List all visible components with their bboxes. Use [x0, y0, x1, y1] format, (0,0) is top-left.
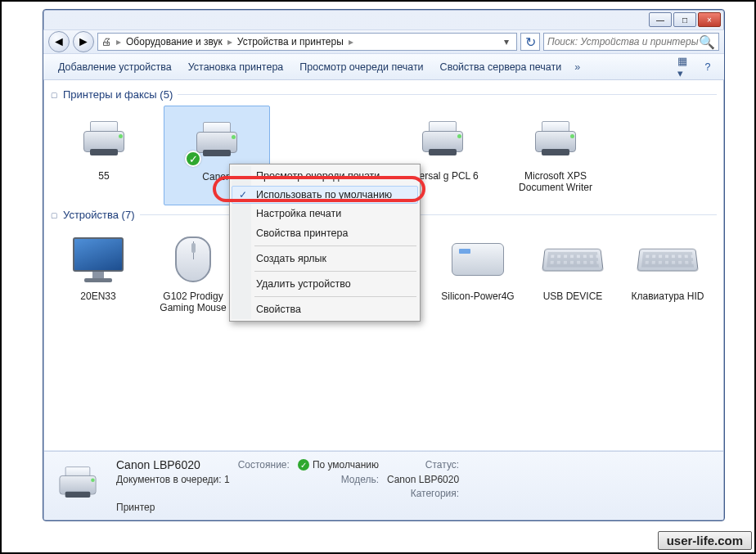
- help-button[interactable]: ?: [698, 58, 718, 76]
- device-item[interactable]: Silicon-Power4G: [430, 226, 525, 326]
- device-item[interactable]: USB DEVICE: [525, 226, 620, 326]
- forward-button[interactable]: ►: [73, 31, 94, 52]
- view-queue-button[interactable]: Просмотр очереди печати: [291, 58, 431, 76]
- devices-icon: 🖨: [101, 36, 111, 47]
- keyboard-icon: [542, 249, 604, 272]
- menu-item-printer-props[interactable]: Свойства принтера: [232, 223, 418, 243]
- toolbar-overflow[interactable]: »: [569, 61, 585, 73]
- titlebar: — □ ×: [43, 10, 724, 29]
- breadcrumb-part[interactable]: Устройства и принтеры: [237, 36, 344, 47]
- menu-item-print-prefs[interactable]: Настройка печати: [232, 204, 418, 223]
- explorer-window: — □ × ◄ ► 🖨 ▸ Оборудование и звук ▸ Устр…: [43, 9, 725, 521]
- back-button[interactable]: ◄: [48, 31, 70, 52]
- printer-icon: [417, 119, 468, 159]
- device-label: Microsoft XPS Document Writer: [502, 171, 609, 194]
- device-label: Silicon-Power4G: [441, 291, 514, 303]
- close-button[interactable]: ×: [698, 12, 721, 27]
- search-icon: 🔍: [699, 34, 715, 50]
- details-value: ✓По умолчанию: [298, 459, 379, 471]
- device-label: G102 Prodigy Gaming Mouse: [146, 291, 241, 314]
- device-label: 20EN33: [80, 291, 115, 303]
- details-key: Состояние:: [238, 459, 290, 471]
- collapse-icon: ▢: [51, 91, 58, 99]
- menu-separator: [254, 296, 416, 297]
- menu-item-remove-device[interactable]: Удалить устройство: [232, 274, 418, 294]
- menu-separator: [254, 245, 416, 246]
- add-printer-button[interactable]: Установка принтера: [180, 58, 292, 76]
- context-menu: Просмотр очереди печати ✓ Использовать п…: [229, 164, 421, 322]
- details-pane: Canon LBP6020 Состояние: ✓По умолчанию С…: [44, 451, 723, 520]
- minimize-button[interactable]: —: [649, 12, 672, 27]
- navbar: ◄ ► 🖨 ▸ Оборудование и звук ▸ Устройства…: [43, 29, 724, 54]
- group-title: Принтеры и факсы (5): [63, 88, 173, 101]
- search-box[interactable]: 🔍: [543, 33, 719, 51]
- breadcrumb-sep: ▸: [347, 36, 355, 47]
- ok-icon: ✓: [298, 459, 309, 471]
- search-input[interactable]: [547, 36, 699, 47]
- device-item[interactable]: G102 Prodigy Gaming Mouse: [146, 226, 241, 326]
- menu-item-set-default[interactable]: ✓ Использовать по умолчанию: [232, 186, 418, 204]
- view-options-button[interactable]: ▦ ▾: [677, 58, 696, 76]
- monitor-icon: [70, 236, 127, 283]
- details-value: Принтер: [116, 502, 230, 513]
- maximize-button[interactable]: □: [673, 12, 696, 27]
- add-device-button[interactable]: Добавление устройства: [50, 58, 180, 76]
- device-label: USB DEVICE: [543, 291, 603, 303]
- menu-item-create-shortcut[interactable]: Создать ярлык: [232, 249, 418, 268]
- breadcrumb-part[interactable]: Оборудование и звук: [126, 36, 223, 47]
- details-value: Canon LBP6020: [387, 474, 459, 485]
- check-icon: ✓: [239, 189, 247, 200]
- watermark: user-life.com: [658, 531, 752, 550]
- address-dropdown[interactable]: ▾: [500, 36, 513, 47]
- printer-icon: [79, 119, 129, 159]
- menu-item-properties[interactable]: Свойства: [232, 300, 418, 319]
- keyboard-icon: [637, 249, 699, 272]
- default-check-icon: ✓: [185, 151, 201, 167]
- device-label: 55: [98, 171, 109, 182]
- device-item[interactable]: Microsoft XPS Document Writer: [502, 106, 609, 205]
- printer-icon: [530, 119, 581, 159]
- group-header-printers[interactable]: ▢ Принтеры и факсы (5): [51, 88, 717, 101]
- drive-icon: [452, 243, 504, 276]
- details-value: Документов в очереди: 1: [116, 474, 230, 485]
- device-item[interactable]: 55: [51, 106, 157, 205]
- menu-item-view-queue[interactable]: Просмотр очереди печати: [232, 166, 418, 186]
- refresh-button[interactable]: ↻: [520, 33, 540, 51]
- breadcrumb-sep: ▸: [226, 36, 234, 47]
- menu-item-label: Использовать по умолчанию: [256, 189, 392, 200]
- mouse-icon: [175, 236, 211, 282]
- group-title: Устройства (7): [63, 209, 135, 221]
- device-label: Клавиатура HID: [632, 291, 704, 303]
- command-bar: Добавление устройства Установка принтера…: [43, 54, 724, 80]
- device-label: Canon: [202, 172, 231, 183]
- address-bar[interactable]: 🖨 ▸ Оборудование и звук ▸ Устройства и п…: [97, 33, 517, 51]
- server-props-button[interactable]: Свойства сервера печати: [432, 58, 570, 76]
- device-item[interactable]: Клавиатура HID: [620, 226, 715, 326]
- details-key: Модель:: [298, 474, 379, 485]
- breadcrumb-sep: ▸: [115, 36, 123, 47]
- collapse-icon: ▢: [51, 211, 58, 219]
- device-item[interactable]: 20EN33: [51, 226, 146, 326]
- details-key: Категория:: [387, 488, 459, 499]
- menu-separator: [254, 271, 416, 272]
- details-title: Canon LBP6020: [116, 458, 230, 471]
- printer-icon: [52, 463, 105, 509]
- details-key: Статус:: [387, 459, 459, 471]
